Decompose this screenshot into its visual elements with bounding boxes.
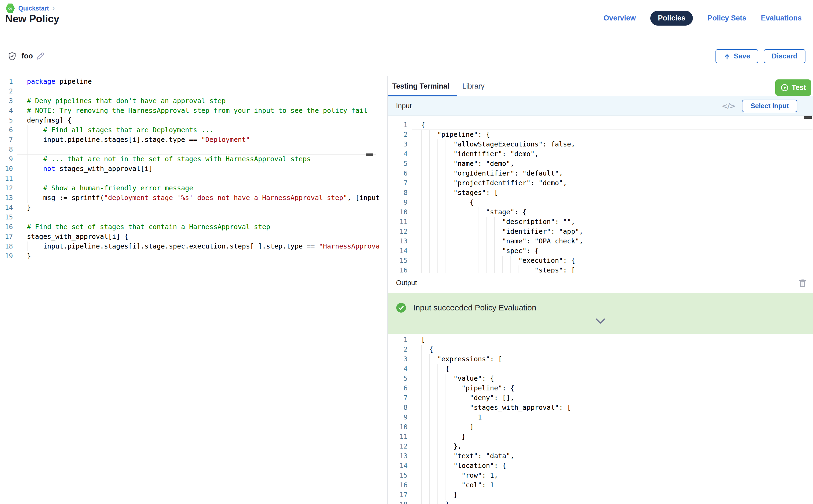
input-json-editor[interactable]: 1{2 "pipeline": {3 "allowStageExecutions… — [387, 116, 813, 273]
code-line[interactable]: 14 "location": { — [387, 461, 813, 471]
line-number: 4 — [387, 149, 408, 159]
code-line[interactable]: 6 "pipeline": { — [387, 383, 813, 393]
code-line[interactable]: 17stages_with_approval[i] { — [0, 232, 379, 241]
tab-testing-terminal[interactable]: Testing Terminal — [392, 82, 449, 90]
code-line[interactable]: 3# Deny pipelines that don't have an app… — [0, 96, 379, 106]
code-line[interactable]: 8 — [0, 145, 379, 154]
code-line[interactable]: 7 input.pipeline.stages[i].stage.type ==… — [0, 135, 379, 145]
code-line[interactable]: 4 { — [387, 364, 813, 374]
code-line[interactable]: 2 { — [387, 345, 813, 354]
input-section-header: Input </> Select Input — [387, 96, 813, 116]
code-text — [13, 86, 27, 96]
code-line[interactable]: 4# NOTE: Try removing the HarnessApprova… — [0, 106, 379, 115]
line-number: 6 — [0, 125, 13, 135]
output-json-editor[interactable]: 1[2 {3 "expressions": [4 {5 "value": {6 … — [387, 334, 813, 504]
code-line[interactable]: 9 { — [387, 198, 813, 207]
code-line[interactable]: 14} — [0, 203, 379, 212]
nav-tab-policies[interactable]: Policies — [650, 11, 693, 26]
code-text: "identifier": "app", — [408, 227, 583, 236]
line-number: 5 — [387, 159, 408, 169]
code-line[interactable]: 6 "orgIdentifier": "default", — [387, 169, 813, 178]
line-number: 13 — [0, 193, 13, 203]
policy-code-editor[interactable]: 1package pipeline23# Deny pipelines that… — [0, 76, 379, 504]
code-line[interactable]: 18 input.pipeline.stages[i].stage.spec.e… — [0, 241, 379, 251]
code-line[interactable]: 10 not stages_with_approval[i] — [0, 164, 379, 174]
code-line[interactable]: 8 "stages_with_approval": [ — [387, 403, 813, 412]
code-text: 1 — [408, 412, 482, 422]
code-line[interactable]: 4 "identifier": "demo", — [387, 149, 813, 159]
line-number: 14 — [387, 461, 408, 471]
line-number: 1 — [387, 120, 408, 130]
page-title: New Policy — [5, 13, 59, 25]
code-line[interactable]: 10 "stage": { — [387, 207, 813, 217]
line-number: 1 — [0, 77, 13, 86]
expand-result-chevron-icon[interactable] — [596, 318, 605, 324]
code-line[interactable]: 15 "execution": { — [387, 256, 813, 265]
code-line[interactable]: 5 "name": "demo", — [387, 159, 813, 169]
code-line[interactable]: 13 msg := sprintf("deployment stage '%s'… — [0, 193, 379, 203]
code-line[interactable]: 2 — [0, 86, 379, 96]
code-line[interactable]: 3 "expressions": [ — [387, 354, 813, 364]
code-line[interactable]: 6 # Find all stages that are Deployments… — [0, 125, 379, 135]
discard-button[interactable]: Discard — [764, 49, 805, 63]
code-line[interactable]: 1[ — [387, 335, 813, 345]
code-text: "steps": [ — [408, 265, 575, 273]
code-text: "description": "", — [408, 217, 575, 227]
code-text: "value": { — [408, 374, 494, 383]
success-check-icon — [396, 303, 406, 313]
code-line[interactable]: 15 — [0, 212, 379, 222]
code-line[interactable]: 7 "projectIdentifier": "demo", — [387, 178, 813, 188]
line-number: 19 — [0, 251, 13, 261]
nav-tab-overview[interactable]: Overview — [604, 14, 636, 22]
clear-output-trash-icon[interactable] — [798, 278, 807, 288]
code-text: "stages": [ — [408, 188, 498, 198]
code-view-icon[interactable]: </> — [722, 102, 735, 110]
breadcrumb-project-link[interactable]: Quickstart — [18, 5, 49, 12]
code-line[interactable]: 16 "steps": [ — [387, 265, 813, 273]
tab-library[interactable]: Library — [462, 82, 485, 90]
code-text — [13, 212, 27, 222]
code-line[interactable]: 17 } — [387, 490, 813, 500]
code-line[interactable]: 7 "deny": [], — [387, 393, 813, 403]
code-line[interactable]: 11 — [0, 174, 379, 183]
code-line[interactable]: 9 1 — [387, 412, 813, 422]
code-line[interactable]: 10 ] — [387, 422, 813, 432]
edit-name-button[interactable] — [36, 52, 45, 61]
nav-tab-evaluations[interactable]: Evaluations — [761, 14, 802, 22]
code-line[interactable]: 13 "name": "OPA check", — [387, 236, 813, 246]
code-text: "name": "demo", — [408, 159, 514, 169]
code-line[interactable]: 5deny[msg] { — [0, 115, 379, 125]
code-text: ] — [408, 422, 474, 432]
code-text: # ... that are not in the set of stages … — [13, 154, 311, 164]
code-line[interactable]: 5 "value": { — [387, 374, 813, 383]
code-line[interactable]: 11 "description": "", — [387, 217, 813, 227]
code-line[interactable]: 8 "stages": [ — [387, 188, 813, 198]
code-line[interactable]: 1{ — [387, 120, 813, 130]
line-number: 13 — [387, 451, 408, 461]
select-input-button[interactable]: Select Input — [742, 100, 797, 112]
code-line[interactable]: 19} — [0, 251, 379, 261]
current-line-highlight — [412, 120, 812, 130]
code-line[interactable]: 11 } — [387, 432, 813, 442]
nav-tab-policy-sets[interactable]: Policy Sets — [707, 14, 746, 22]
code-line[interactable]: 1package pipeline — [0, 77, 379, 86]
code-line[interactable]: 13 "text": "data", — [387, 451, 813, 461]
code-text: "orgIdentifier": "default", — [408, 169, 563, 178]
code-line[interactable]: 12 # Show a human-friendly error message — [0, 183, 379, 193]
save-button[interactable]: Save — [716, 49, 758, 63]
code-line[interactable]: 2 "pipeline": { — [387, 130, 813, 139]
code-line[interactable]: 12 "identifier": "app", — [387, 227, 813, 236]
test-button[interactable]: Test — [775, 79, 811, 96]
code-line[interactable]: 16 "col": 1 — [387, 480, 813, 490]
policy-name: foo — [22, 52, 33, 60]
code-line[interactable]: 3 "allowStageExecutions": false, — [387, 139, 813, 149]
line-number: 12 — [387, 227, 408, 236]
code-line[interactable]: 14 "spec": { — [387, 246, 813, 256]
line-number: 7 — [387, 393, 408, 403]
code-line[interactable]: 18 } — [387, 500, 813, 504]
code-line[interactable]: 15 "row": 1, — [387, 471, 813, 480]
code-line[interactable]: 12 }, — [387, 442, 813, 451]
line-number: 18 — [387, 500, 408, 504]
code-line[interactable]: 16# Find the set of stages that contain … — [0, 222, 379, 232]
code-line[interactable]: 9 # ... that are not in the set of stage… — [0, 154, 379, 164]
